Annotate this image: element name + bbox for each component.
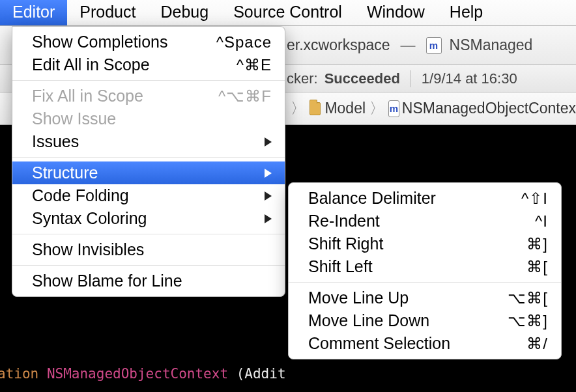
- menu-comment-selection[interactable]: Comment Selection ⌘/: [289, 332, 561, 355]
- submenu-arrow-icon: [265, 214, 272, 223]
- shortcut-text: ⌘[: [520, 258, 548, 276]
- menu-code-folding[interactable]: Code Folding: [12, 184, 285, 207]
- menu-show-issue: Show Issue: [12, 107, 285, 130]
- structure-submenu: Balance Delimiter ^⇧I Re-Indent ^I Shift…: [288, 182, 562, 359]
- menu-separator: [12, 157, 285, 158]
- shortcut-text: ⌥⌘]: [501, 312, 548, 330]
- submenu-arrow-icon: [265, 191, 272, 201]
- menu-structure[interactable]: Structure: [12, 161, 285, 184]
- breadcrumb-file[interactable]: NSManagedObjectContex: [402, 100, 576, 117]
- menu-separator: [12, 80, 285, 81]
- menu-editor[interactable]: Editor: [0, 0, 67, 25]
- submenu-arrow-icon: [265, 169, 272, 178]
- menu-show-completions[interactable]: Show Completions ^Space: [12, 31, 285, 53]
- submenu-arrow-icon: [265, 137, 272, 147]
- menu-window[interactable]: Window: [354, 0, 437, 25]
- code-line: ation NSManagedObjectContext (Addit: [0, 366, 286, 382]
- shortcut-text: ⌘]: [520, 235, 548, 253]
- menu-balance-delimiter[interactable]: Balance Delimiter ^⇧I: [289, 187, 561, 210]
- shortcut-text: ^⌥⌘F: [212, 87, 272, 105]
- menu-source-control[interactable]: Source Control: [221, 0, 354, 25]
- build-status-value: Succeeded: [324, 70, 400, 87]
- file-m-icon: m: [388, 100, 399, 117]
- separator-dash: —: [401, 36, 416, 54]
- menu-fix-all-in-scope: Fix All in Scope ^⌥⌘F: [12, 85, 285, 107]
- build-status-prefix: cker:: [287, 70, 318, 87]
- chevron-right-icon: 〉: [291, 98, 306, 119]
- menu-help[interactable]: Help: [437, 0, 495, 25]
- shortcut-text: ^⇧I: [515, 189, 548, 208]
- menu-product[interactable]: Product: [67, 0, 148, 25]
- build-timestamp: 1/9/14 at 16:30: [422, 70, 517, 87]
- menu-edit-all-in-scope[interactable]: Edit All in Scope ^⌘E: [12, 53, 285, 76]
- menu-separator: [289, 282, 561, 283]
- chevron-right-icon: 〉: [369, 98, 384, 119]
- menubar: Editor Product Debug Source Control Wind…: [0, 0, 576, 26]
- workspace-name: er.xcworkspace: [287, 36, 390, 54]
- status-separator: [410, 70, 411, 87]
- editor-dropdown: Show Completions ^Space Edit All in Scop…: [12, 26, 285, 297]
- folder-icon: [310, 102, 321, 115]
- shortcut-text: ^Space: [210, 33, 272, 51]
- file-m-icon: m: [426, 37, 442, 54]
- shortcut-text: ^I: [528, 212, 548, 231]
- menu-show-blame-for-line[interactable]: Show Blame for Line: [12, 270, 285, 292]
- menu-separator: [12, 265, 285, 266]
- shortcut-text: ⌘/: [520, 335, 548, 353]
- menu-issues[interactable]: Issues: [12, 130, 285, 153]
- menu-show-invisibles[interactable]: Show Invisibles: [12, 238, 285, 261]
- breadcrumb-folder[interactable]: Model: [324, 100, 366, 117]
- menu-separator: [12, 234, 285, 234]
- open-file-name: NSManaged: [450, 36, 533, 54]
- shortcut-text: ⌥⌘[: [501, 289, 548, 307]
- menu-move-line-up[interactable]: Move Line Up ⌥⌘[: [289, 287, 561, 309]
- menu-move-line-down[interactable]: Move Line Down ⌥⌘]: [289, 309, 561, 332]
- menu-re-indent[interactable]: Re-Indent ^I: [289, 210, 561, 232]
- shortcut-text: ^⌘E: [230, 56, 272, 74]
- menu-shift-left[interactable]: Shift Left ⌘[: [289, 255, 561, 278]
- menu-debug[interactable]: Debug: [148, 0, 221, 25]
- menu-syntax-coloring[interactable]: Syntax Coloring: [12, 207, 285, 230]
- menu-shift-right[interactable]: Shift Right ⌘]: [289, 232, 561, 255]
